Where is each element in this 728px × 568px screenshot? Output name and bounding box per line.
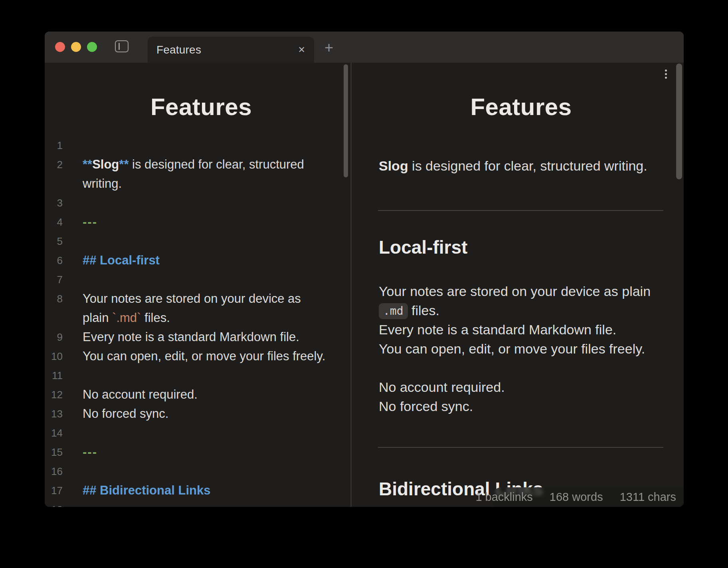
line-text: ## Local-first [83,251,160,270]
preview-intro: Slog is designed for clear, structured w… [379,157,647,175]
zoom-window-button[interactable] [87,42,97,52]
sidebar-toggle-icon[interactable] [115,40,129,52]
text-segment: is designed for clear, structured writin… [408,158,647,173]
char-count: 1311 chars [620,491,676,504]
inline-code-chip: .md [379,303,408,319]
editor-line[interactable]: 9Every note is a standard Markdown file. [45,328,350,347]
editor-line[interactable]: 14 [45,423,350,443]
editor-line[interactable]: 7 [45,270,350,289]
line-text: **Slog** is designed for clear, structur… [83,155,304,174]
line-number: 14 [45,423,63,443]
editor-scrollbar-thumb[interactable] [344,64,348,177]
text-segment: plain [83,311,112,325]
preview-note-title: Features [379,93,663,121]
minimize-window-button[interactable] [71,42,81,52]
editor-line[interactable]: 18 [45,500,350,507]
line-text: No account required. [83,385,198,404]
line-number: 5 [45,232,63,251]
editor-line[interactable]: 6## Local-first [45,251,350,270]
line-number [45,308,63,328]
line-number: 15 [45,443,63,462]
content-area: Features 12**Slog** is designed for clea… [45,63,684,507]
text-segment: files. [141,311,170,325]
text-segment: files. [408,303,439,318]
line-number: 7 [45,270,63,289]
word-count: 168 words [550,491,603,504]
tab-features[interactable]: Features ✕ [148,37,314,63]
backlinks-count: 1 backlinks [475,491,532,504]
editor-line[interactable]: 5 [45,232,350,251]
pane-divider[interactable] [350,63,352,507]
preview-line: You can open, edit, or move your files f… [379,339,651,358]
editor-line[interactable]: 15--- [45,443,350,462]
editor-line[interactable]: 2**Slog** is designed for clear, structu… [45,155,350,174]
text-segment: is designed for clear, structured [129,157,304,171]
editor-line[interactable]: 12No account required. [45,385,350,404]
line-number: 3 [45,193,63,213]
text-segment: --- [83,215,97,229]
text-segment: You can open, edit, or move your files f… [379,341,645,356]
line-number: 17 [45,481,63,500]
preview-line: .md files. [379,301,651,320]
editor-line[interactable]: 4--- [45,213,350,232]
line-number: 10 [45,347,63,366]
editor-line[interactable]: 16 [45,462,350,481]
line-number: 9 [45,328,63,347]
line-number: 11 [45,366,63,385]
titlebar[interactable]: Features ✕ + [45,32,684,63]
line-text: Your notes are stored on your device as [83,289,301,308]
preview-body: Your notes are stored on your device as … [379,282,651,416]
kebab-dot [665,77,667,79]
line-text: --- [83,213,97,232]
editor-line[interactable]: 8Your notes are stored on your device as [45,289,350,308]
status-bar: 1 backlinks 168 words 1311 chars [493,487,684,507]
tab-label: Features [156,44,201,56]
editor-line[interactable]: 3 [45,193,350,213]
line-number: 13 [45,404,63,423]
line-text: Every note is a standard Markdown file. [83,328,299,347]
editor-line[interactable]: 13No forced sync. [45,404,350,423]
editor-line[interactable]: 10You can open, edit, or move your files… [45,347,350,366]
text-segment: Slog [379,158,408,173]
editor-rows[interactable]: 12**Slog** is designed for clear, struct… [45,136,350,507]
text-segment: ** [83,157,92,171]
text-segment: No forced sync. [83,407,168,421]
line-number: 12 [45,385,63,404]
text-segment: Every note is a standard Markdown file. [83,330,299,344]
close-window-button[interactable] [55,42,65,52]
text-segment: ** [119,157,129,171]
line-text: No forced sync. [83,404,168,423]
kebab-menu-button[interactable] [659,66,673,82]
editor-line[interactable]: plain `.md` files. [45,308,350,328]
kebab-dot [665,73,667,75]
text-segment: writing. [83,177,122,191]
editor-line[interactable]: 17## Bidirectional Links [45,481,350,500]
line-number: 2 [45,155,63,174]
preview-scrollbar-thumb[interactable] [676,64,682,179]
editor-line[interactable]: writing. [45,174,350,193]
line-text: writing. [83,174,122,193]
text-segment: Slog [92,157,119,171]
editor-line[interactable]: 11 [45,366,350,385]
horizontal-rule [378,210,663,211]
line-text: plain `.md` files. [83,308,170,328]
tab-close-icon[interactable]: ✕ [298,37,305,63]
line-text: You can open, edit, or move your files f… [83,347,325,366]
line-text: ## Bidirectional Links [83,481,210,500]
preview-line: No forced sync. [379,397,651,416]
text-segment: You can open, edit, or move your files f… [83,349,325,363]
screen: Features ✕ + Features 12**Slog** is desi… [0,0,728,568]
preview-line: Your notes are stored on your device as … [379,282,651,301]
preview-line: Every note is a standard Markdown file. [379,320,651,339]
text-segment: --- [83,445,97,459]
line-number: 1 [45,136,63,155]
text-segment: `.md` [112,311,141,325]
text-segment: No account required. [379,379,505,395]
new-tab-button[interactable]: + [322,40,336,56]
editor-line[interactable]: 1 [45,136,350,155]
text-segment: Your notes are stored on your device as … [379,284,651,299]
line-text: --- [83,443,97,462]
text-segment: No forced sync. [379,399,473,414]
text-segment: No account required. [83,387,198,401]
text-segment: Every note is a standard Markdown file. [379,322,616,337]
